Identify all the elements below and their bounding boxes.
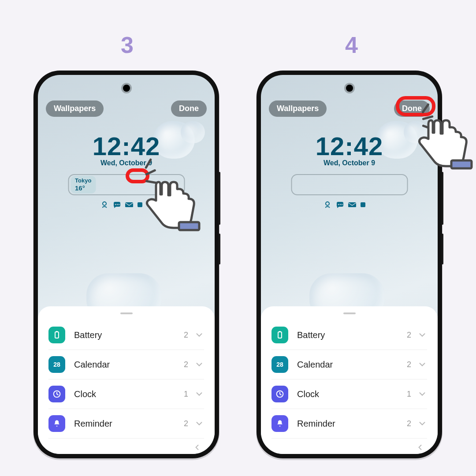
list-item[interactable]: Reminder 2: [271, 409, 427, 439]
svg-rect-17: [451, 160, 472, 168]
lockscreen-clock[interactable]: 12:42 Wed, October 9: [261, 131, 438, 167]
list-item-label: Calendar: [297, 360, 407, 370]
step-number-4: 4: [345, 32, 358, 58]
clock-icon: [48, 386, 65, 402]
phone-step-4: Wallpapers Done 12:42 Wed, October 9: [257, 71, 442, 458]
svg-rect-5: [55, 332, 59, 338]
wallpapers-button[interactable]: Wallpapers: [269, 100, 327, 117]
list-item-label: Battery: [74, 330, 184, 340]
svg-point-2: [118, 204, 119, 205]
list-item-count: 1: [184, 390, 188, 399]
chevron-down-icon: [194, 360, 204, 369]
bell-icon: [48, 415, 65, 432]
battery-icon: [48, 327, 65, 343]
clock-date: Wed, October 9: [261, 159, 438, 167]
chevron-down-icon: [417, 419, 427, 428]
list-item[interactable]: Battery 2: [48, 320, 204, 350]
back-button[interactable]: [48, 439, 204, 454]
svg-point-8: [338, 204, 339, 205]
list-item[interactable]: Clock 1: [271, 379, 427, 409]
svg-rect-12: [361, 202, 365, 207]
list-item-label: Reminder: [297, 419, 407, 429]
drag-handle-icon[interactable]: [343, 312, 356, 314]
list-item[interactable]: Clock 1: [48, 379, 204, 409]
svg-point-1: [116, 204, 118, 205]
step-number-3: 3: [121, 32, 134, 58]
chevron-down-icon: [417, 330, 427, 340]
phone-screen: Wallpapers Done 12:42 Wed, October 9: [261, 75, 438, 454]
chevron-down-icon: [417, 360, 427, 369]
list-item-label: Calendar: [74, 360, 184, 370]
list-item-count: 2: [407, 331, 411, 340]
svg-point-10: [341, 204, 342, 205]
list-item-count: 2: [184, 419, 188, 428]
chevron-down-icon: [194, 330, 204, 340]
list-item-count: 2: [407, 360, 411, 369]
calendar-icon: 28: [271, 356, 288, 373]
clock-icon: [271, 386, 288, 402]
list-item-count: 2: [184, 331, 188, 340]
svg-rect-11: [348, 202, 356, 207]
camera-hole-icon: [123, 85, 130, 92]
lockscreen-clock[interactable]: 12:42 Wed, October 9: [38, 131, 215, 167]
weather-temp: 16°: [75, 184, 91, 192]
notification-icons-row: [38, 201, 215, 210]
chevron-down-icon: [417, 389, 427, 399]
widget-slot-empty[interactable]: [291, 174, 408, 195]
chevron-down-icon: [194, 389, 204, 399]
phone-step-3: Wallpapers Done 12:42 Wed, October 9 Tok…: [33, 71, 219, 458]
notification-icons-row: [261, 201, 438, 210]
list-item-label: Reminder: [74, 419, 184, 429]
list-item[interactable]: Reminder 2: [48, 409, 204, 439]
svg-rect-14: [279, 331, 281, 332]
clock-time: 12:42: [38, 131, 215, 161]
svg-rect-3: [125, 202, 133, 207]
widgets-sheet[interactable]: Battery 2 28 Calendar 2 Clock 1: [261, 306, 438, 454]
battery-icon: [271, 327, 288, 343]
svg-point-9: [339, 204, 341, 205]
list-item-count: 2: [184, 360, 188, 369]
calendar-icon: 28: [48, 356, 65, 373]
list-item[interactable]: 28 Calendar 2: [271, 350, 427, 379]
svg-point-0: [115, 204, 116, 205]
phone-screen: Wallpapers Done 12:42 Wed, October 9 Tok…: [38, 75, 215, 454]
widgets-sheet[interactable]: Battery 2 28 Calendar 2 Clock 1: [38, 306, 215, 454]
wallpapers-button[interactable]: Wallpapers: [46, 100, 104, 117]
chevron-down-icon: [194, 419, 204, 428]
list-item-label: Clock: [74, 389, 184, 399]
list-item[interactable]: 28 Calendar 2: [48, 350, 204, 379]
back-button[interactable]: [271, 439, 427, 454]
svg-rect-13: [278, 332, 282, 338]
svg-rect-6: [56, 331, 58, 332]
widget-slot[interactable]: Tokyo 16°: [68, 174, 185, 195]
clock-date: Wed, October 9: [38, 159, 215, 167]
weather-city: Tokyo: [75, 178, 91, 184]
list-item-count: 1: [407, 390, 411, 399]
svg-rect-4: [138, 202, 142, 207]
camera-hole-icon: [346, 85, 353, 92]
clock-time: 12:42: [261, 131, 438, 161]
weather-widget[interactable]: Tokyo 16°: [71, 176, 96, 193]
list-item-count: 2: [407, 419, 411, 428]
list-item[interactable]: Battery 2: [271, 320, 427, 350]
done-button[interactable]: Done: [394, 100, 430, 117]
list-item-label: Battery: [297, 330, 407, 340]
done-button[interactable]: Done: [171, 100, 207, 117]
list-item-label: Clock: [297, 389, 407, 399]
bell-icon: [271, 415, 288, 432]
drag-handle-icon[interactable]: [120, 312, 133, 314]
